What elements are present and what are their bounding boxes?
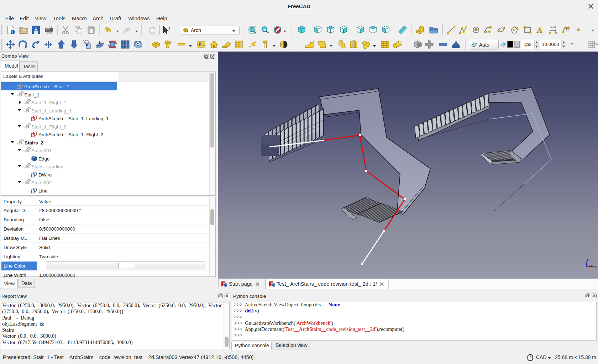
svg-text:Display M...: Display M... [4,236,29,241]
svg-text:»: » [592,27,594,33]
svg-text:28.500000000000 °: 28.500000000000 ° [39,208,81,213]
svg-text:A: A [536,26,542,35]
svg-text:Line Color: Line Color [4,263,26,269]
svg-text:false: false [39,217,49,222]
svg-text:1.00: 1.00 [550,25,556,28]
svg-text:Line Width: Line Width [4,273,26,278]
svg-text:Solid: Solid [39,245,50,250]
svg-text:Value: Value [39,199,51,204]
svg-text:Deviation: Deviation [4,226,23,232]
svg-text:Bounding...: Bounding... [4,217,28,222]
svg-text:Flat Lines: Flat Lines [39,236,60,241]
svg-text:Draw Style: Draw Style [4,245,27,250]
svg-text:0.500000000000: 0.500000000000 [39,226,75,232]
svg-text:1.000000000000: 1.000000000000 [39,273,75,278]
svg-text:Angular D...: Angular D... [4,208,29,213]
svg-text:z: z [587,258,589,262]
svg-text:Property: Property [4,199,22,204]
svg-text:Lighting: Lighting [4,254,20,259]
svg-text:Two side: Two side [39,254,58,259]
svg-text:x: x [595,264,597,268]
